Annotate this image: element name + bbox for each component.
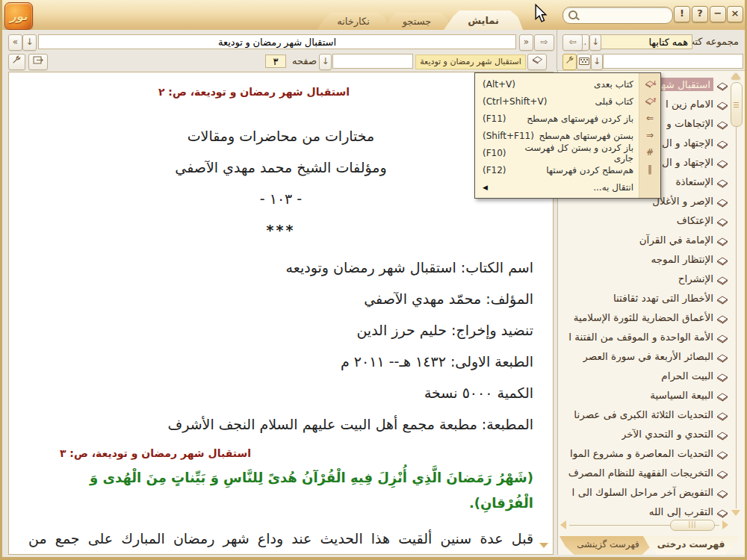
book-icon — [716, 138, 728, 148]
section-book-button[interactable] — [527, 54, 547, 70]
list-item[interactable]: البصائر الأربعة في سورة العصر — [561, 346, 728, 366]
go-back-button[interactable]: ⇦ — [562, 34, 583, 51]
tab-negarkhaneh[interactable]: نكارخانه — [317, 13, 390, 30]
collection-dropdown-button[interactable]: ↓ — [589, 34, 601, 51]
list-item[interactable]: التفويض آخر مراحل السلوك الى ا — [561, 482, 728, 502]
content-line: ومؤلفات الشيخ محمد مهدي الآصفي — [28, 152, 533, 183]
list-item[interactable]: الإعتكاف — [561, 211, 728, 230]
close-button[interactable]: × — [727, 6, 743, 22]
book-filter-input[interactable] — [603, 54, 743, 69]
book-icon — [716, 507, 728, 517]
menu-item-open-same-level[interactable]: (F11) باز كردن فهرستهاى هم‌سطح ⇐ — [475, 110, 660, 127]
book-icon — [716, 449, 728, 458]
minimize-button[interactable]: − — [710, 6, 726, 22]
content-line: الطبعة الاولى: ١٤٣٢ هـ-- ٢٠١١ م — [28, 346, 533, 377]
page-marker-3: استقبال شهر رمضان و توديعة، ص: ٣ — [28, 447, 251, 459]
content-line: الكمية ٥٠٠٠ نسخة — [28, 377, 533, 408]
arrow-down-icon: ↓ — [593, 56, 601, 66]
book-icon — [716, 429, 728, 439]
list-item[interactable]: الإنشراح — [561, 269, 728, 288]
content-line: اسم الكتاب: استقبال شهر رمضان وتوديعه — [28, 252, 533, 283]
book-icon — [716, 391, 728, 400]
list-item[interactable]: الأمة الواحدة و الموقف من الفتنة ا — [561, 327, 728, 346]
search-input[interactable] — [580, 8, 671, 22]
menu-item-previous-book[interactable]: (Ctrl+Shift+V) كتاب قبلى ↑ — [475, 93, 660, 110]
app-window: نور نكارخانه جستجو نمايش ! ? − × « ↓ » ⇨… — [0, 0, 747, 560]
search-icon — [568, 10, 577, 19]
list-item[interactable]: الإمامة في القرآن — [561, 230, 728, 249]
app-logo-icon: نور — [4, 2, 33, 30]
list-item[interactable]: الأعماق الحضارية للثورة الإسلامية — [561, 308, 728, 327]
list-item[interactable]: التحديات الثلاثة الكبرى فى عصرنا — [561, 405, 728, 424]
menu-item-flatten-lists[interactable]: (F12) هم‌سطح كردن فهرستها ‖ — [475, 161, 660, 178]
list-item[interactable]: التخريجات الفقهية للنظام المصرف — [561, 463, 728, 482]
book-icon — [716, 196, 728, 206]
next-book-icon: ↓ — [642, 77, 657, 91]
collapse-button[interactable]: « — [8, 34, 22, 51]
settings-button[interactable] — [8, 54, 25, 70]
book-icon — [716, 80, 728, 90]
document-view[interactable]: استقبال شهر رمضان و توديعة، ص: ٢ مختارات… — [8, 72, 554, 555]
document-title-input[interactable] — [38, 34, 516, 49]
tab-selective-index[interactable]: فهرست گزينشى — [560, 536, 657, 555]
arrow-down-icon: ↓ — [25, 37, 33, 47]
tab-tree-index[interactable]: فهرست درختى — [643, 536, 739, 555]
page-jump-input[interactable] — [332, 54, 413, 69]
scroll-down-icon[interactable] — [731, 510, 740, 516]
wrench-icon — [565, 56, 574, 66]
mouse-cursor — [534, 4, 548, 23]
book-icon — [716, 216, 728, 225]
scrollbar-thumb[interactable] — [731, 82, 743, 127]
go-next-button[interactable]: ⇨ — [534, 34, 554, 51]
scrollbar-thumb[interactable]: ||| — [670, 520, 715, 531]
page-number-input[interactable] — [265, 55, 286, 68]
tab-namayesh[interactable]: نمايش — [444, 10, 523, 30]
list-settings-button[interactable] — [562, 54, 577, 70]
content-line: - ١٠٣ - — [28, 183, 533, 214]
menu-item-next-book[interactable]: (Alt+V) كتاب بعدى ↓ — [475, 75, 660, 93]
list-item[interactable]: التقرب إلى الله — [561, 502, 728, 521]
pane-divider — [557, 30, 557, 70]
book-icon — [716, 313, 728, 323]
previous-book-icon: ↑ — [642, 94, 657, 108]
scroll-right-icon[interactable] — [722, 520, 728, 529]
open-lists-icon: ⇐ — [642, 111, 657, 125]
book-icon — [716, 410, 728, 420]
title-dropdown-button[interactable]: ↓ — [22, 34, 37, 51]
virtual-keyboard-button[interactable] — [577, 54, 591, 70]
list-item[interactable]: الأخطار التى تهدد ثقافتنا — [561, 288, 728, 308]
tab-jostoju[interactable]: جستجو — [382, 13, 451, 30]
scroll-left-icon[interactable] — [560, 520, 566, 529]
titlebar: نور نكارخانه جستجو نمايش ! ? − × — [0, 0, 747, 31]
expand-button[interactable]: » — [519, 34, 533, 51]
content-scroll-down-icon[interactable] — [539, 543, 548, 548]
content-line: المطبعة: مطبعة مجمع أهل البيت عليهم السل… — [28, 408, 533, 440]
current-section-label: استقبال شهر رمضان و توديعة — [415, 55, 526, 69]
menu-item-toggle-current-list[interactable]: (F10) باز كردن و بستن كل فهرست جارى # — [475, 144, 660, 161]
filter-dropdown-button[interactable]: ↓ — [591, 54, 603, 70]
horizontal-scrollbar[interactable]: ||| — [560, 520, 728, 531]
toggle-all-icon: # — [642, 146, 657, 160]
keyboard-icon — [579, 57, 589, 65]
book-icon — [716, 488, 728, 497]
arrow-down-icon: ↓ — [321, 56, 329, 66]
list-item[interactable]: التحدي و التحدي الآخر — [561, 424, 728, 444]
content-line: المؤلف: محمّد مهدي الآصفي — [28, 283, 533, 314]
list-item[interactable]: البيت الحرام — [561, 366, 728, 385]
list-item[interactable]: الإنتظار الموجه — [561, 249, 728, 269]
arrow-left-icon: ⇦ — [568, 37, 576, 47]
list-item[interactable]: البيعة السياسية — [561, 385, 728, 405]
about-button[interactable]: ! — [674, 6, 690, 22]
menu-item-go-to[interactable]: ◀ انتقال به... — [475, 178, 660, 196]
list-item[interactable]: التحديات المعاصرة و مشروع الموا — [561, 444, 728, 463]
help-button[interactable]: ? — [692, 6, 708, 22]
book-icon — [716, 119, 728, 128]
collection-label: مجموعه كتب — [686, 34, 739, 49]
vertical-scrollbar[interactable] — [730, 73, 743, 516]
scroll-up-icon[interactable] — [731, 73, 740, 79]
collection-select[interactable] — [600, 34, 692, 49]
window-switch-button[interactable] — [28, 54, 48, 70]
page-dropdown-button[interactable]: ↓ — [319, 54, 332, 70]
separator-asterisks: *** — [28, 214, 533, 246]
book-icon — [716, 352, 728, 361]
